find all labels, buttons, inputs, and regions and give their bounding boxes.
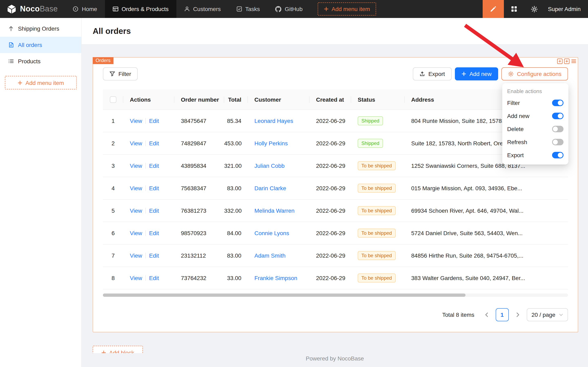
customer-link[interactable]: Frankie Simpson (254, 275, 297, 281)
address-cell: 5724 Daniel Drive, Suite 563, 54403, Wen… (405, 230, 568, 236)
dropdown-item-delete[interactable]: Delete (502, 123, 568, 135)
dropdown-item-export[interactable]: Export (502, 149, 568, 162)
row-index: 2 (103, 140, 123, 147)
edit-link[interactable]: Edit (149, 230, 159, 236)
user-menu[interactable]: Super Admin (545, 0, 588, 18)
drag-handle-icon[interactable] (571, 58, 577, 64)
customer-link[interactable]: Connie Lyons (254, 230, 289, 236)
next-page-button[interactable] (512, 309, 523, 320)
refresh-toggle[interactable] (552, 139, 563, 145)
plugin-manager-button[interactable] (504, 0, 524, 18)
export-button[interactable]: Export (413, 67, 451, 80)
total-cell: 83.00 (224, 252, 248, 259)
check-square-icon (236, 6, 242, 12)
nav-item-github[interactable]: GitHub (268, 0, 310, 18)
delete-toggle[interactable] (552, 126, 563, 132)
file-icon (8, 42, 14, 48)
table-icon (113, 6, 118, 12)
add-new-toggle[interactable] (552, 113, 563, 119)
table-row: 4 ViewEdit 75638347 83.00 Darin Clarke 2… (103, 177, 568, 200)
page-number-1[interactable]: 1 (496, 308, 509, 321)
view-link[interactable]: View (130, 140, 142, 147)
edit-link[interactable]: Edit (149, 140, 159, 147)
total-cell: 321.00 (224, 162, 248, 169)
customer-link[interactable]: Leonard Hayes (254, 117, 293, 124)
view-link[interactable]: View (130, 252, 142, 259)
customer-link[interactable]: Julian Cobb (254, 162, 285, 169)
select-all-checkbox[interactable] (110, 96, 116, 103)
view-link[interactable]: View (130, 117, 142, 124)
top-navbar: NocoBase Home Orders & Products Customer… (0, 0, 588, 18)
edit-link[interactable]: Edit (149, 185, 159, 192)
customer-link[interactable]: Holly Perkins (254, 140, 288, 147)
filter-toggle[interactable] (552, 100, 563, 106)
sidebar-item-shipping-orders[interactable]: Shipping Orders (0, 20, 81, 37)
view-link[interactable]: View (130, 185, 142, 192)
view-link[interactable]: View (130, 207, 142, 214)
horizontal-scrollbar[interactable] (103, 293, 568, 297)
view-link[interactable]: View (130, 230, 142, 236)
add-new-button[interactable]: Add new (455, 67, 498, 80)
edit-link[interactable]: Edit (149, 117, 159, 124)
sidebar-add-menu-item-button[interactable]: Add menu item (5, 76, 77, 89)
nav-item-orders-products[interactable]: Orders & Products (105, 0, 176, 18)
table-row: 8 ViewEdit 73764232 33.00 Frankie Simpso… (103, 267, 568, 289)
column-header-order-number[interactable]: Order number (174, 96, 224, 103)
ui-editor-button[interactable] (483, 0, 504, 18)
dropdown-item-filter[interactable]: Filter (502, 96, 568, 109)
nocobase-app: NocoBase Home Orders & Products Customer… (0, 0, 588, 367)
user-name: Super Admin (548, 6, 581, 12)
table-row: 3 ViewEdit 43895834 321.00 Julian Cobb 2… (103, 155, 568, 177)
column-header-created-at[interactable]: Created at (310, 96, 351, 103)
edit-link[interactable]: Edit (149, 207, 159, 214)
add-block-button[interactable]: Add block (93, 346, 143, 353)
dropdown-item-refresh[interactable]: Refresh (502, 135, 568, 149)
edit-link[interactable]: Edit (149, 162, 159, 169)
row-index: 1 (103, 117, 123, 124)
column-header-status[interactable]: Status (351, 96, 405, 103)
sidebar-item-label: All orders (18, 42, 42, 48)
sidebar-item-products[interactable]: Products (0, 53, 81, 69)
order-number-cell: 75638347 (174, 185, 224, 192)
customer-link[interactable]: Melinda Warren (254, 207, 295, 214)
prev-page-button[interactable] (481, 309, 492, 320)
view-link[interactable]: View (130, 162, 142, 169)
highlighter-icon (490, 6, 497, 12)
settings-button[interactable] (524, 0, 545, 18)
customer-link[interactable]: Adam Smith (254, 252, 286, 259)
column-header-customer[interactable]: Customer (248, 96, 310, 103)
edit-link[interactable]: Edit (149, 252, 159, 259)
address-cell: 84856 Hirthe Run, Suite 268, 94754-6705,… (405, 252, 568, 259)
configure-actions-button[interactable]: Configure actions (501, 67, 568, 80)
table-row: 5 ViewEdit 76381273 332.00 Melinda Warre… (103, 200, 568, 222)
add-block-before-icon[interactable] (557, 58, 563, 64)
add-block-after-icon[interactable] (564, 58, 570, 64)
order-number-cell: 74829847 (174, 140, 224, 147)
edit-link[interactable]: Edit (149, 275, 159, 281)
page-size-select[interactable]: 20 / page (527, 308, 568, 321)
scrollbar-thumb[interactable] (103, 293, 466, 297)
arrow-up-icon (8, 26, 14, 32)
nav-add-menu-item-button[interactable]: Add menu item (318, 2, 376, 16)
orders-table: Actions Order number Total Customer Crea… (103, 89, 568, 289)
logo-text: NocoBase (20, 5, 58, 14)
sidebar-item-all-orders[interactable]: All orders (0, 37, 81, 53)
filter-button[interactable]: Filter (103, 67, 138, 80)
column-header-actions[interactable]: Actions (123, 96, 174, 103)
view-link[interactable]: View (130, 275, 142, 281)
page-size-value: 20 / page (531, 311, 555, 318)
dropdown-item-add-new[interactable]: Add new (502, 109, 568, 123)
order-number-cell: 38475647 (174, 117, 224, 124)
customer-link[interactable]: Darin Clarke (254, 185, 286, 192)
status-badge: To be shipped (358, 161, 395, 170)
nav-item-home[interactable]: Home (65, 0, 105, 18)
created-at-cell: 2022-06-29 (310, 117, 351, 124)
nocobase-logo[interactable]: NocoBase (0, 0, 65, 18)
nav-item-customers[interactable]: Customers (176, 0, 228, 18)
column-header-total[interactable]: Total (224, 96, 248, 103)
pagination: Total 8 items 1 20 / page (442, 308, 568, 321)
cube-logo-icon (7, 4, 17, 14)
export-toggle[interactable] (552, 152, 563, 158)
dropdown-group-header: Enable actions (502, 85, 568, 96)
nav-item-tasks[interactable]: Tasks (228, 0, 268, 18)
